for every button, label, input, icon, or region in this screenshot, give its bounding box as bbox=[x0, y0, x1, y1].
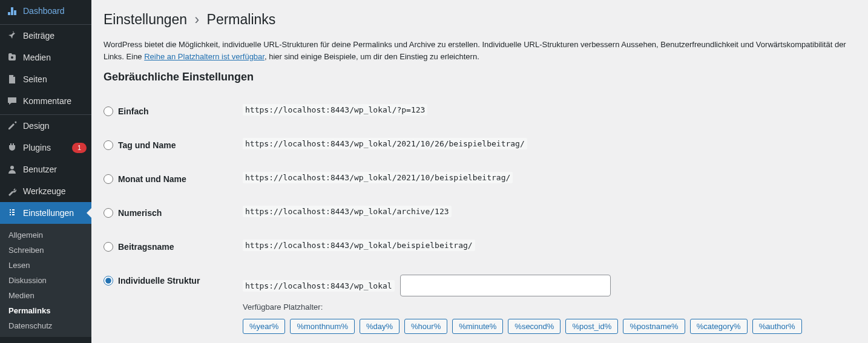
placeholder-tokens: %year% %monthnum% %day% %hour% %minute% … bbox=[243, 319, 850, 334]
nav-posts-label: Beiträge bbox=[23, 31, 87, 41]
permalink-options-table: Einfach https://localhost:8443/wp_lokal/… bbox=[104, 94, 856, 343]
nav-comments-label: Kommentare bbox=[23, 96, 87, 106]
option-dayname-label: Tag und Name bbox=[118, 140, 176, 150]
token-author[interactable]: %author% bbox=[752, 319, 802, 334]
example-postname: https://localhost:8443/wp_lokal/beispiel… bbox=[243, 240, 475, 251]
radio-plain[interactable] bbox=[104, 106, 113, 116]
token-hour[interactable]: %hour% bbox=[404, 319, 447, 334]
token-post-id[interactable]: %post_id% bbox=[565, 319, 618, 334]
radio-monthname[interactable] bbox=[104, 174, 113, 184]
sub-permalinks[interactable]: Permalinks bbox=[0, 303, 91, 318]
option-postname-label: Beitragsname bbox=[118, 242, 174, 252]
example-dayname: https://localhost:8443/wp_lokal/2021/10/… bbox=[243, 138, 527, 149]
brush-icon bbox=[6, 120, 18, 132]
sub-media[interactable]: Medien bbox=[0, 288, 91, 303]
custom-structure-input[interactable] bbox=[400, 275, 611, 296]
nav-pages[interactable]: Seiten bbox=[0, 68, 91, 90]
nav-settings[interactable]: Einstellungen bbox=[0, 202, 91, 224]
option-custom[interactable]: Individuelle Struktur bbox=[104, 276, 231, 286]
nav-tools[interactable]: Werkzeuge bbox=[0, 180, 91, 202]
option-monthname-label: Monat und Name bbox=[118, 174, 186, 184]
admin-sidebar: Dashboard Beiträge Medien Seiten Komment… bbox=[0, 0, 91, 343]
svg-point-1 bbox=[10, 166, 14, 169]
nav-pages-label: Seiten bbox=[23, 74, 87, 84]
option-custom-label: Individuelle Struktur bbox=[118, 276, 200, 286]
token-second[interactable]: %second% bbox=[508, 319, 561, 334]
main-content: Einstellungen › Permalinks WordPress bie… bbox=[91, 0, 868, 343]
page-icon bbox=[6, 73, 18, 85]
option-plain-label: Einfach bbox=[118, 106, 149, 116]
nav-dashboard-label: Dashboard bbox=[23, 6, 87, 16]
nav-media-label: Medien bbox=[23, 53, 87, 62]
sub-general[interactable]: Allgemein bbox=[0, 227, 91, 243]
sub-privacy[interactable]: Datenschutz bbox=[0, 318, 91, 333]
nav-plugins[interactable]: Plugins 1 bbox=[0, 137, 91, 158]
plugins-update-badge: 1 bbox=[72, 143, 87, 153]
token-year[interactable]: %year% bbox=[243, 319, 285, 334]
token-postname[interactable]: %postname% bbox=[623, 319, 685, 334]
example-numeric: https://localhost:8443/wp_lokal/archive/… bbox=[243, 206, 452, 217]
common-settings-heading: Gebräuchliche Einstellungen bbox=[104, 71, 856, 83]
comment-icon bbox=[6, 95, 18, 107]
available-placeholders-label: Verfügbare Platzhalter: bbox=[243, 302, 850, 312]
option-numeric[interactable]: Numerisch bbox=[104, 208, 231, 218]
option-numeric-label: Numerisch bbox=[118, 208, 162, 218]
option-plain[interactable]: Einfach bbox=[104, 106, 231, 116]
option-postname[interactable]: Beitragsname bbox=[104, 242, 231, 252]
wrench-icon bbox=[6, 185, 18, 197]
option-dayname[interactable]: Tag und Name bbox=[104, 140, 231, 150]
token-category[interactable]: %category% bbox=[690, 319, 748, 334]
nav-users[interactable]: Benutzer bbox=[0, 158, 91, 180]
dashboard-icon bbox=[6, 5, 18, 17]
settings-icon bbox=[6, 207, 18, 219]
nav-tools-label: Werkzeuge bbox=[23, 186, 87, 196]
nav-posts[interactable]: Beiträge bbox=[0, 25, 91, 47]
nav-settings-label: Einstellungen bbox=[23, 208, 87, 218]
radio-custom[interactable] bbox=[104, 276, 113, 286]
pin-icon bbox=[6, 30, 18, 42]
plugin-icon bbox=[6, 142, 18, 154]
sub-writing[interactable]: Schreiben bbox=[0, 243, 91, 258]
token-day[interactable]: %day% bbox=[360, 319, 399, 334]
intro-text: WordPress bietet die Möglichkeit, indivi… bbox=[104, 39, 856, 62]
example-monthname: https://localhost:8443/wp_lokal/2021/10/… bbox=[243, 172, 513, 183]
user-icon bbox=[6, 163, 18, 175]
sub-discussion[interactable]: Diskussion bbox=[0, 273, 91, 288]
sub-reading[interactable]: Lesen bbox=[0, 258, 91, 273]
media-icon bbox=[6, 51, 18, 64]
nav-design[interactable]: Design bbox=[0, 115, 91, 137]
token-minute[interactable]: %minute% bbox=[452, 319, 503, 334]
nav-media[interactable]: Medien bbox=[0, 47, 91, 68]
nav-dashboard[interactable]: Dashboard bbox=[0, 0, 91, 22]
nav-design-label: Design bbox=[23, 121, 87, 131]
radio-numeric[interactable] bbox=[104, 208, 113, 218]
settings-submenu: Allgemein Schreiben Lesen Diskussion Med… bbox=[0, 224, 91, 337]
custom-prefix: https://localhost:8443/wp_lokal bbox=[243, 280, 395, 292]
option-monthname[interactable]: Monat und Name bbox=[104, 174, 231, 184]
radio-dayname[interactable] bbox=[104, 140, 113, 150]
page-title: Einstellungen › Permalinks bbox=[104, 6, 856, 30]
example-plain: https://localhost:8443/wp_lokal/?p=123 bbox=[243, 104, 427, 116]
token-monthnum[interactable]: %monthnum% bbox=[290, 319, 355, 334]
svg-point-0 bbox=[11, 56, 13, 59]
title-sep: › bbox=[195, 11, 200, 27]
radio-postname[interactable] bbox=[104, 242, 113, 252]
title-prefix: Einstellungen bbox=[104, 11, 187, 27]
title-suffix: Permalinks bbox=[207, 11, 276, 27]
nav-users-label: Benutzer bbox=[23, 165, 87, 174]
intro-link[interactable]: Reihe an Platzhaltern ist verfügbar bbox=[144, 52, 265, 61]
nav-plugins-label: Plugins bbox=[23, 143, 65, 152]
intro-part2: , hier sind einige Beispiele, um dir den… bbox=[265, 52, 479, 61]
nav-comments[interactable]: Kommentare bbox=[0, 90, 91, 112]
